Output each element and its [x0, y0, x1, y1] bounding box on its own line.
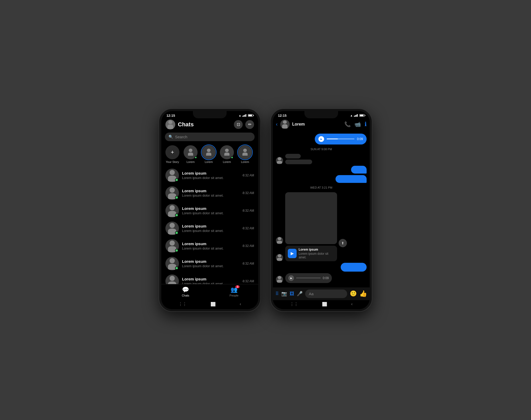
status-icons-left: ▲ [239, 114, 253, 117]
search-icon: 🔍 [169, 135, 173, 139]
rbar3 [356, 115, 357, 117]
rbar1 [354, 116, 355, 117]
story-avatar-4 [238, 145, 252, 159]
chat-preview-4: Lorem ipsum dolor sit amet. [182, 246, 239, 250]
contact-avatar [280, 120, 290, 129]
header-actions: 📞 📹 ℹ [344, 121, 367, 128]
chat-sil-6 [165, 274, 179, 284]
audio-bubble-sent-top[interactable]: ▶ 0:09 [315, 134, 367, 144]
chat-time-3: ·8:32 AM [242, 226, 254, 230]
mic-button[interactable]: 🎤 [297, 291, 303, 297]
play-button-recv[interactable]: ▶ [288, 275, 294, 281]
story-1[interactable]: Lorem [184, 145, 198, 163]
link-title: Lorem ipsum [299, 248, 334, 251]
info-button[interactable]: ℹ [365, 121, 367, 128]
chat-item-6[interactable]: Lorem ipsum Lorem ipsum dolor sit amet. … [161, 272, 258, 284]
search-bar[interactable]: 🔍 Search [165, 133, 255, 141]
chat-preview-5: Lorem ipsum dolor sit amet. [182, 264, 239, 268]
add-story-avatar: + [165, 145, 179, 159]
people-badge: 3 [235, 285, 240, 288]
nav-menu-right[interactable]: ⋮⋮ [290, 302, 298, 307]
chat-time-4: ·8:32 AM [242, 244, 254, 248]
chat-time-1: ·8:32 AM [242, 191, 254, 195]
nav-back-right[interactable]: ‹ [351, 302, 353, 306]
waveform-recv [296, 278, 321, 278]
back-button[interactable]: ‹ [276, 121, 278, 127]
story-3[interactable]: Lorem [220, 145, 234, 163]
chat-avatar-wrap-3 [165, 222, 179, 235]
chat-avatar-wrap-0 [165, 169, 179, 182]
msg-sent-2 [276, 175, 367, 183]
bottom-tabs: 💬 Chats 👥 3 People [161, 284, 258, 300]
battery-fill-right [360, 115, 364, 116]
sil-body-3 [224, 153, 229, 156]
sil-body [167, 125, 173, 129]
chats-tab-icon: 💬 [182, 286, 189, 293]
rsil-body-v [277, 241, 282, 244]
message-text-input[interactable]: Aa [305, 290, 347, 298]
user-avatar[interactable] [165, 120, 175, 129]
story-4[interactable]: Lorem [238, 145, 252, 163]
camera-button[interactable]: ⊡ [234, 120, 243, 129]
nav-back-left[interactable]: ‹ [240, 302, 241, 306]
chat-info-1: Lorem ipsum Lorem ipsum dolor sit amet. [182, 189, 239, 197]
emoji-button[interactable]: 🙂 [350, 290, 357, 297]
chat-name-3: Lorem ipsum [182, 224, 239, 228]
sil-head [168, 120, 172, 124]
video-container: ⬆ [285, 192, 337, 244]
chat-online-0 [175, 178, 178, 182]
story-sil-1 [187, 148, 194, 156]
c-sil-body-6 [168, 281, 176, 284]
c-sil-head-2 [170, 205, 175, 210]
chat-online-2 [175, 214, 178, 217]
like-button[interactable]: 👍 [359, 290, 367, 297]
nav-home-right[interactable]: ⬜ [322, 302, 327, 307]
share-button[interactable]: ⬆ [339, 239, 347, 247]
chat-name-5: Lorem ipsum [182, 259, 239, 264]
bar4 [246, 114, 246, 117]
camera-input-button[interactable]: 📷 [281, 291, 287, 297]
video-thumbnail[interactable] [285, 192, 337, 244]
photo-button[interactable]: 🖼 [290, 291, 294, 297]
tab-people[interactable]: 👥 3 People [210, 286, 258, 297]
chats-tab-label: Chats [182, 294, 189, 297]
apps-button[interactable]: ⠿ [275, 291, 279, 297]
bottom-nav-left: ⋮⋮ ⬜ ‹ [161, 300, 258, 309]
chat-item-4[interactable]: Lorem ipsum Lorem ipsum dolor sit amet. … [161, 237, 258, 255]
recv-sil-1 [276, 157, 283, 164]
nav-home-left[interactable]: ⬜ [211, 302, 216, 307]
signal-bars-right [354, 114, 358, 117]
chat-item-1[interactable]: Lorem ipsum Lorem ipsum dolor sit amet. … [161, 184, 258, 202]
chat-preview-3: Lorem ipsum dolor sit amet. [182, 229, 239, 233]
story-label-4: Lorem [241, 160, 249, 163]
bar3 [244, 115, 245, 117]
tab-chats[interactable]: 💬 Chats [161, 286, 210, 297]
chat-item-5[interactable]: Lorem ipsum Lorem ipsum dolor sit amet. … [161, 255, 258, 272]
sil-body-1 [188, 153, 193, 156]
battery-fill-left [248, 115, 252, 116]
chat-preview-0: Lorem ipsum dolor sit amet. [182, 176, 239, 180]
audio-bubble-recv[interactable]: ▶ 0:09 [285, 273, 332, 283]
rsil-head-l [278, 254, 281, 257]
your-story-label: Your Story [166, 160, 179, 163]
msg-received-1 [276, 154, 367, 164]
phone-call-button[interactable]: 📞 [344, 121, 351, 127]
chat-item-2[interactable]: Lorem ipsum Lorem ipsum dolor sit amet. … [161, 202, 258, 219]
time-left: 12:15 [166, 114, 175, 118]
chat-item-0[interactable]: Lorem ipsum Lorem ipsum dolor sit amet. … [161, 167, 258, 184]
nav-menu-left[interactable]: ⋮⋮ [178, 302, 187, 307]
camera-icon: ⊡ [237, 122, 240, 127]
story-add[interactable]: + Your Story [165, 145, 179, 163]
video-call-button[interactable]: 📹 [354, 121, 361, 127]
chats-header: Chats ⊡ ✏ [161, 119, 258, 132]
story-2[interactable]: Lorem [202, 145, 216, 163]
chat-item-3[interactable]: Lorem ipsum Lorem ipsum dolor sit amet. … [161, 219, 258, 237]
story-label-2: Lorem [205, 160, 213, 163]
chat-online-3 [175, 231, 178, 235]
scene: 12:15 ▲ [149, 99, 382, 322]
link-preview-card[interactable]: ▶ Lorem ipsum Lorem ipsum dolor sit amet… [285, 246, 337, 261]
notch-left [193, 111, 227, 118]
edit-button[interactable]: ✏ [245, 120, 254, 129]
rsil-head-1 [278, 157, 281, 160]
play-button-top[interactable]: ▶ [318, 136, 324, 142]
